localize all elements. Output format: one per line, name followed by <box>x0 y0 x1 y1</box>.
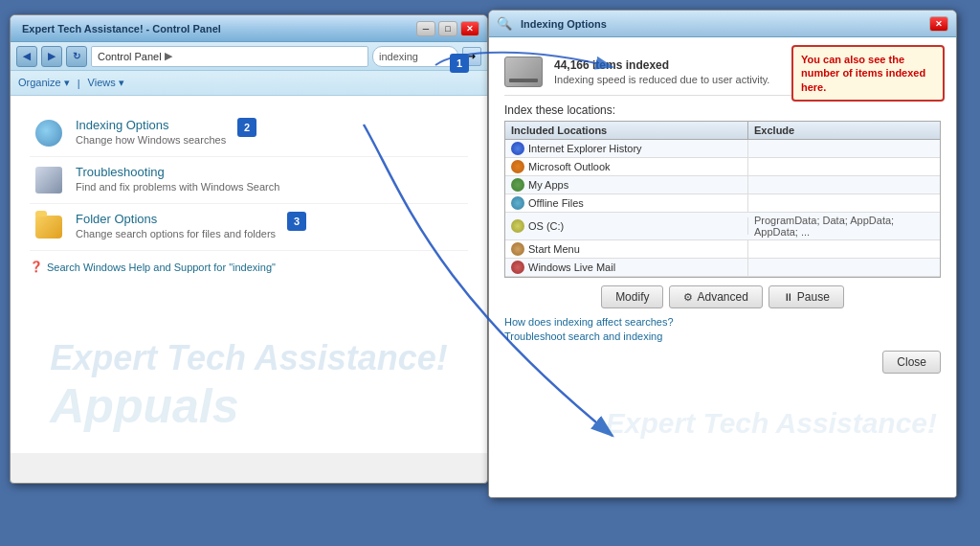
help-icon: ❓ <box>30 261 43 273</box>
close-label: Close <box>897 355 926 369</box>
bottom-links: How does indexing affect searches? Troub… <box>504 314 941 347</box>
loc-name-apps: My Apps <box>505 176 748 193</box>
close-row: Close <box>504 347 941 375</box>
loc-exclude-ie <box>748 147 940 150</box>
disk-icon <box>504 57 543 87</box>
callout-text: You can also see the number of items ind… <box>801 54 925 93</box>
troubleshooting-icon <box>33 165 64 195</box>
loc-icon-outlook <box>511 160 524 173</box>
menu-item-desc-folder: Change search options for files and fold… <box>76 228 276 239</box>
bottom-buttons: Modify ⚙ Advanced ⏸ Pause <box>504 278 941 314</box>
menu-item-content: Indexing Options Change how Windows sear… <box>76 118 226 146</box>
menu-item-troubleshooting[interactable]: Troubleshooting Find and fix problems wi… <box>30 157 468 204</box>
toolbar: Organize ▾ | Views ▾ <box>11 71 487 96</box>
minimize-button[interactable]: ─ <box>416 21 435 36</box>
modify-button[interactable]: Modify <box>601 285 663 308</box>
titlebar-buttons: ─ □ ✕ <box>416 21 479 36</box>
menu-item-content-3: Folder Options Change search options for… <box>76 212 276 239</box>
close-button-right[interactable]: ✕ <box>929 16 948 32</box>
badge-1-indicator: 1 <box>450 54 469 73</box>
table-header: Included Locations Exclude <box>505 122 940 140</box>
loc-exclude-mail <box>748 265 940 269</box>
loc-name-outlook: Microsoft Outlook <box>505 158 748 175</box>
menu-item-title-troubleshooting: Troubleshooting <box>76 165 279 179</box>
close-dialog-button[interactable]: Close <box>882 351 941 374</box>
right-window-title: Indexing Options <box>517 18 929 30</box>
toolbar-views: Views ▾ <box>88 77 124 89</box>
loc-text-start: Start Menu <box>528 243 580 255</box>
loc-text-apps: My Apps <box>528 179 568 191</box>
menu-item-desc-troubleshooting: Find and fix problems with Windows Searc… <box>76 181 279 193</box>
loc-text-os: OS (C:) <box>528 220 564 232</box>
tools-icon <box>35 167 62 193</box>
loc-text-outlook: Microsoft Outlook <box>528 161 611 172</box>
indexing-content: You can also see the number of items ind… <box>489 37 956 497</box>
pause-icon: ⏸ <box>783 291 793 303</box>
loc-icon-os <box>511 219 524 233</box>
help-link-text: Search Windows Help and Support for "ind… <box>47 262 276 273</box>
loc-icon-mail <box>511 261 524 274</box>
forward-button[interactable]: ▶ <box>41 46 62 67</box>
indexing-icon <box>33 118 64 148</box>
menu-item-indexing[interactable]: Indexing Options Change how Windows sear… <box>30 110 468 157</box>
menu-item-title-folder: Folder Options <box>76 212 276 226</box>
search-input[interactable]: indexing <box>372 46 458 67</box>
back-button[interactable]: ◀ <box>16 46 37 67</box>
indexing-affect-link[interactable]: How does indexing affect searches? <box>504 316 941 328</box>
table-row: Offline Files <box>505 194 940 213</box>
advanced-button[interactable]: ⚙ Advanced <box>669 285 762 308</box>
toolbar-label: Organize ▾ <box>18 77 70 89</box>
breadcrumb[interactable]: Control Panel ▶ <box>91 46 368 67</box>
loc-name-ie: Internet Explorer History <box>505 140 748 157</box>
loc-name-os: OS (C:) <box>505 217 748 235</box>
folder-options-icon <box>35 216 62 239</box>
left-titlebar: Expert Tech Assistance! - Control Panel … <box>11 15 487 42</box>
table-row: Start Menu <box>505 240 940 259</box>
search-text: indexing <box>379 51 418 62</box>
right-watermark: Expert Tech Assistance! <box>606 407 937 440</box>
table-row: OS (C:) ProgramData; Data; AppData; AppD… <box>505 213 940 240</box>
left-window: Expert Tech Assistance! - Control Panel … <box>10 14 488 484</box>
left-window-title: Expert Tech Assistance! - Control Panel <box>18 23 416 34</box>
pause-button[interactable]: ⏸ Pause <box>768 285 844 308</box>
maximize-button[interactable]: □ <box>438 21 457 36</box>
table-row: Windows Live Mail <box>505 259 940 277</box>
right-titlebar: 🔍 Indexing Options ✕ <box>489 11 956 37</box>
callout-box: You can also see the number of items ind… <box>791 45 945 102</box>
table-row: My Apps <box>505 176 940 194</box>
table-row: Microsoft Outlook <box>505 158 940 176</box>
refresh-button[interactable]: ↻ <box>66 46 87 67</box>
advanced-label: Advanced <box>697 290 747 304</box>
loc-icon-start <box>511 242 524 256</box>
toolbar-sep: | <box>78 78 80 89</box>
breadcrumb-arrow: ▶ <box>165 50 172 62</box>
right-titlebar-buttons: ✕ <box>929 16 948 32</box>
badge-2: 2 <box>237 118 256 137</box>
loc-exclude-offline <box>748 201 940 205</box>
loc-text-mail: Windows Live Mail <box>528 262 615 273</box>
address-bar: ◀ ▶ ↻ Control Panel ▶ indexing ➜ <box>11 42 487 71</box>
menu-item-desc-indexing: Change how Windows searches <box>76 134 226 146</box>
close-button-left[interactable]: ✕ <box>460 21 479 36</box>
loc-name-offline: Offline Files <box>505 194 748 212</box>
loc-name-start: Start Menu <box>505 240 748 258</box>
loc-icon-ie <box>511 142 524 155</box>
advanced-icon: ⚙ <box>683 291 693 304</box>
troubleshoot-link[interactable]: Troubleshoot search and indexing <box>504 330 941 342</box>
left-watermark: Expert Tech Assistance! Appuals <box>50 335 448 434</box>
loc-exclude-start <box>748 247 940 251</box>
table-row: Internet Explorer History <box>505 140 940 158</box>
breadcrumb-root: Control Panel <box>98 51 162 62</box>
col-exclude-header: Exclude <box>748 122 940 139</box>
loc-icon-offline <box>511 196 524 210</box>
location-table: Included Locations Exclude Internet Expl… <box>504 121 941 278</box>
menu-item-folder-options[interactable]: Folder Options Change search options for… <box>30 204 468 251</box>
help-link[interactable]: ❓ Search Windows Help and Support for "i… <box>30 261 468 273</box>
search-icon <box>35 120 62 147</box>
badge-1: 1 <box>450 54 469 73</box>
loc-exclude-outlook <box>748 165 940 169</box>
indexing-title-icon: 🔍 <box>497 16 512 31</box>
window-content: Indexing Options Change how Windows sear… <box>11 96 487 453</box>
loc-name-mail: Windows Live Mail <box>505 259 748 276</box>
loc-exclude-os: ProgramData; Data; AppData; AppData; ... <box>748 213 940 239</box>
